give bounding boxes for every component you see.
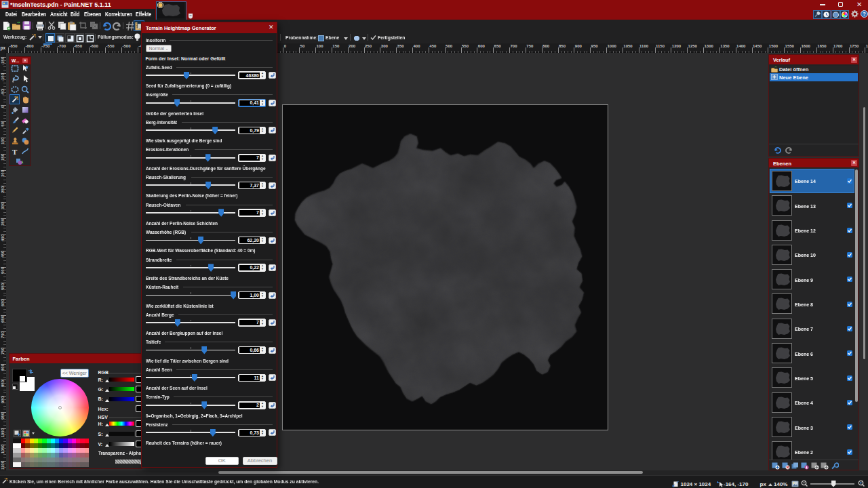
svg-text:T: T bbox=[12, 147, 18, 155]
